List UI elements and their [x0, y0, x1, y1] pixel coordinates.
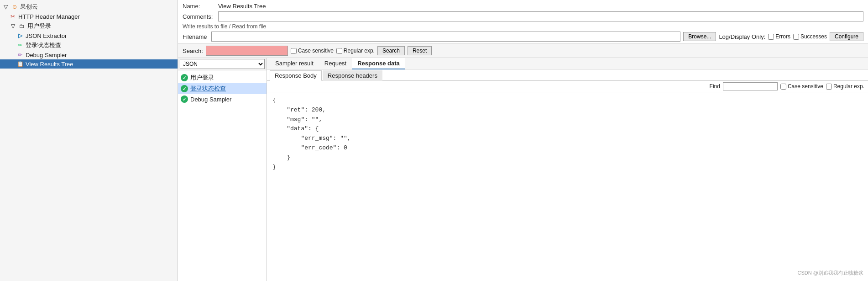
- check-icon-green: ✓: [181, 74, 188, 81]
- json-display: { "ret": 200, "msg": "", "data": { "err_…: [267, 92, 868, 281]
- right-panel: Name: View Results Tree Comments: Write …: [178, 0, 868, 281]
- find-case-sensitive-checkbox[interactable]: [780, 84, 786, 90]
- node-label-debug: Debug Sampler: [190, 96, 231, 103]
- sidebar-item-user-login[interactable]: ▽ 🗀 用户登录: [0, 21, 178, 31]
- find-label: Find: [710, 83, 720, 90]
- find-regular-exp-text: Regular exp.: [833, 83, 864, 90]
- filename-label: Filename: [183, 33, 207, 40]
- folder-icon: 🗀: [18, 22, 26, 30]
- log-display-section: Log/Display Only: Errors Successes Confi…: [719, 32, 863, 41]
- sub-tab-response-body[interactable]: Response Body: [270, 70, 322, 81]
- check-icon-green-2: ✓: [181, 85, 188, 92]
- expand-icon: ▽: [2, 3, 9, 11]
- case-sensitive-label[interactable]: Case sensitive: [291, 48, 334, 54]
- tree-panel: JSON XML Text HTML Rendered ✓ 用户登录 ✓ 登录状…: [178, 58, 267, 281]
- name-value: View Results Tree: [218, 3, 266, 10]
- sidebar-item-label: Debug Sampler: [26, 52, 67, 58]
- search-input[interactable]: [206, 46, 288, 56]
- sidebar-item-view-results[interactable]: 📋 View Results Tree: [0, 59, 178, 69]
- results-icon: 📋: [16, 60, 24, 68]
- find-regular-exp-label[interactable]: Regular exp.: [826, 83, 864, 90]
- sidebar: ▽ ⊙ 果创云 ✂ HTTP Header Manager ▽ 🗀 用户登录 ▷…: [0, 0, 178, 281]
- errors-label: Errors: [775, 33, 790, 40]
- find-regular-exp-checkbox[interactable]: [826, 84, 832, 90]
- tree-panel-header: JSON XML Text HTML Rendered: [178, 58, 267, 70]
- successes-label: Successes: [800, 33, 827, 40]
- sidebar-item-label: View Results Tree: [26, 61, 73, 68]
- expand-icon: ▽: [9, 22, 16, 30]
- log-display-label: Log/Display Only:: [719, 33, 765, 40]
- browse-button[interactable]: Browse...: [683, 32, 716, 41]
- errors-checkbox-label[interactable]: Errors: [768, 33, 790, 40]
- reset-button[interactable]: Reset: [408, 46, 432, 55]
- check-icon-green-3: ✓: [181, 95, 188, 103]
- tab-request[interactable]: Request: [319, 58, 352, 69]
- sidebar-item-label: JSON Extractor: [26, 32, 67, 39]
- sidebar-item-label: 果创云: [20, 3, 38, 11]
- sidebar-item-label: 登录状态检查: [26, 41, 61, 49]
- tree-node-login-check[interactable]: ✓ 登录状态检查: [178, 83, 267, 94]
- find-bar: Find Case sensitive Regular exp.: [267, 81, 868, 92]
- format-select[interactable]: JSON XML Text HTML Rendered: [180, 59, 265, 69]
- find-input[interactable]: [723, 82, 778, 90]
- name-label: Name:: [183, 3, 214, 10]
- result-panel: Sampler result Request Response data Res…: [267, 58, 868, 281]
- find-case-sensitive-label[interactable]: Case sensitive: [780, 83, 823, 90]
- sidebar-item-debug-sampler[interactable]: ✏ Debug Sampler: [0, 50, 178, 59]
- sidebar-item-http-header[interactable]: ✂ HTTP Header Manager: [0, 12, 178, 21]
- main-tab-bar: Sampler result Request Response data: [267, 58, 868, 69]
- search-label: Search:: [183, 48, 203, 54]
- successes-checkbox[interactable]: [793, 34, 799, 40]
- node-label-user-login: 用户登录: [190, 74, 214, 82]
- filename-input[interactable]: [211, 32, 680, 42]
- case-sensitive-checkbox[interactable]: [291, 48, 297, 54]
- scissors-icon: ✂: [9, 13, 16, 20]
- debug-icon: ✏: [16, 51, 24, 58]
- sidebar-item-guochuang[interactable]: ▽ ⊙ 果创云: [0, 2, 178, 12]
- sidebar-item-json-extractor[interactable]: ▷ JSON Extractor: [0, 31, 178, 40]
- form-section: Name: View Results Tree Comments: Write …: [178, 0, 868, 44]
- search-button[interactable]: Search: [377, 46, 405, 55]
- filename-row: Filename Browse... Log/Display Only: Err…: [183, 32, 863, 42]
- cloud-icon: ⊙: [11, 3, 18, 11]
- sidebar-item-label: HTTP Header Manager: [18, 13, 80, 20]
- tree-list: ✓ 用户登录 ✓ 登录状态检查 ✓ Debug Sampler: [178, 70, 267, 281]
- configure-button[interactable]: Configure: [830, 32, 863, 41]
- comments-label: Comments:: [183, 13, 214, 20]
- write-results-label: Write results to file / Read from file: [183, 23, 863, 30]
- comments-row: Comments:: [183, 11, 863, 21]
- main-container: ▽ ⊙ 果创云 ✂ HTTP Header Manager ▽ 🗀 用户登录 ▷…: [0, 0, 868, 281]
- sub-tab-response-headers[interactable]: Response headers: [323, 70, 382, 81]
- errors-checkbox[interactable]: [768, 34, 774, 40]
- regular-exp-label[interactable]: Regular exp.: [336, 48, 375, 54]
- tree-node-user-login[interactable]: ✓ 用户登录: [178, 72, 267, 83]
- tree-node-debug[interactable]: ✓ Debug Sampler: [178, 94, 267, 104]
- name-row: Name: View Results Tree: [183, 3, 863, 10]
- sidebar-item-label: 用户登录: [27, 22, 51, 30]
- regular-exp-checkbox[interactable]: [336, 48, 342, 54]
- json-icon: ▷: [16, 32, 24, 39]
- pencil-icon: ✏: [16, 42, 24, 49]
- comments-input[interactable]: [218, 11, 863, 21]
- find-case-sensitive-text: Case sensitive: [788, 83, 823, 90]
- successes-checkbox-label[interactable]: Successes: [793, 33, 827, 40]
- sidebar-item-login-check[interactable]: ✏ 登录状态检查: [0, 40, 178, 50]
- sub-tab-bar: Response Body Response headers: [267, 69, 868, 81]
- watermark: CSDN @别追我我有止咳糖浆: [798, 270, 863, 276]
- regular-exp-text: Regular exp.: [344, 48, 375, 54]
- tab-sampler-result[interactable]: Sampler result: [270, 58, 319, 69]
- content-area: JSON XML Text HTML Rendered ✓ 用户登录 ✓ 登录状…: [178, 58, 868, 281]
- node-label-login-check: 登录状态检查: [190, 85, 226, 93]
- search-bar: Search: Case sensitive Regular exp. Sear…: [178, 44, 868, 58]
- tab-response-data[interactable]: Response data: [352, 58, 405, 69]
- case-sensitive-text: Case sensitive: [298, 48, 334, 54]
